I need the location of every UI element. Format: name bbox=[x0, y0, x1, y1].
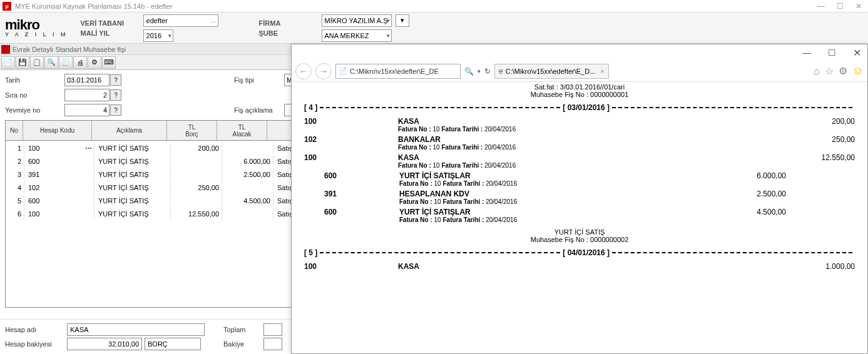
table-row[interactable]: 3391YURT İÇİ SATIŞ2.500,00Satış (Sa bbox=[7, 168, 309, 180]
col-kodu[interactable]: Hesap Kodu bbox=[23, 121, 92, 140]
toolbar-button-7[interactable]: ⚙ bbox=[88, 56, 101, 69]
ie-minimize-button[interactable]: — bbox=[800, 48, 814, 58]
ie-address-text: C:\Mikro\v15xx\edefter\E_DE bbox=[350, 68, 439, 75]
account-code: 600 bbox=[324, 171, 362, 180]
toplam-input[interactable] bbox=[263, 323, 282, 336]
entry-amount: 6.000,00 bbox=[730, 171, 786, 180]
app-icon: μ bbox=[3, 2, 11, 11]
ledger-entry: 100 KASA 1.000,00 bbox=[304, 262, 855, 271]
entry-meta: Fatura No : 10 Fatura Tarihi : 20/04/201… bbox=[399, 180, 730, 187]
search-icon[interactable]: 🔍 bbox=[464, 67, 474, 76]
hesapbak-input[interactable]: 32.010,00 bbox=[67, 338, 142, 350]
toolbar-button-5[interactable]: 🧾 bbox=[59, 56, 73, 69]
col-no[interactable]: No bbox=[6, 121, 23, 140]
db-combo[interactable]: edefter… bbox=[143, 14, 218, 27]
entry-meta: Fatura No : 10 Fatura Tarihi : 20/04/201… bbox=[399, 198, 730, 205]
toolbar-button-8[interactable]: ⌨ bbox=[102, 56, 116, 69]
db-value: edefter bbox=[146, 17, 168, 24]
col-acik[interactable]: Açıklama bbox=[92, 121, 167, 140]
account-code: 600 bbox=[324, 208, 362, 216]
tools-icon[interactable]: ⚙ bbox=[839, 65, 847, 77]
block4-footer2: Muhasebe Fiş No : 0000000002 bbox=[304, 236, 855, 243]
toolbar-button-2[interactable]: 💾 bbox=[16, 56, 29, 69]
branch-combo[interactable]: ANA MERKEZ▾ bbox=[322, 29, 392, 42]
child-icon bbox=[1, 45, 10, 54]
account-code: 100 bbox=[304, 117, 342, 126]
toplam-label: Toplam bbox=[223, 326, 261, 333]
table-row[interactable]: 4102YURT İÇİ SATIŞ250,00Satış (Sa bbox=[7, 181, 309, 193]
table-row[interactable]: 6100YURT İÇİ SATIŞ12.550,00Satış (Sa bbox=[7, 208, 309, 220]
block-index: [ 4 ] bbox=[304, 103, 317, 112]
block-date: [ 03/01/2016 ] bbox=[563, 103, 610, 112]
ie-maximize-button[interactable]: ☐ bbox=[825, 48, 839, 58]
table-row[interactable]: 5600YURT İÇİ SATIŞ4.500,00Satış (Sa bbox=[7, 195, 309, 206]
ie-tab[interactable]: e C:\Mikro\v15xx\edefter\E_D... × bbox=[494, 64, 609, 79]
ledger-entry: 600YURT İÇİ SATIŞLARFatura No : 10 Fatur… bbox=[304, 208, 855, 223]
entry-meta: Fatura No : 10 Fatura Tarihi : 20/04/201… bbox=[398, 126, 799, 133]
branch-value: ANA MERKEZ bbox=[325, 32, 369, 39]
ledger-entry: 102BANKALARFatura No : 10 Fatura Tarihi … bbox=[304, 135, 855, 151]
table-row[interactable]: 1100…YURT İÇİ SATIŞ200,00Satış (Sa bbox=[7, 142, 309, 154]
account-name: KASA bbox=[398, 117, 799, 126]
tarih-value: 03.01.2016 bbox=[67, 76, 107, 84]
branch-label: ŞUBE bbox=[259, 29, 306, 37]
account-name: YURT İÇİ SATIŞLAR bbox=[399, 171, 730, 180]
spinner-icon: ▾ bbox=[168, 33, 171, 39]
ie-content: Sat.fat : 3/03.01.2016//01/cari Muhasebe… bbox=[292, 82, 867, 353]
maximize-button[interactable]: ☐ bbox=[830, 0, 849, 13]
ie-back-button[interactable]: ← bbox=[295, 63, 312, 79]
close-button[interactable]: ✕ bbox=[849, 0, 868, 13]
bakiye-input[interactable] bbox=[263, 338, 282, 350]
firm-value: MİKRO YAZILIM A.Ş bbox=[325, 17, 388, 24]
year-combo[interactable]: 2016▾ bbox=[143, 29, 173, 42]
firm-more-button[interactable]: ▾ bbox=[396, 14, 409, 27]
entry-amount: 12.550,00 bbox=[799, 153, 855, 162]
sirano-value: 2 bbox=[103, 91, 107, 99]
ledger-entry: 100KASAFatura No : 10 Fatura Tarihi : 20… bbox=[304, 117, 855, 133]
table-row[interactable]: 2600YURT İÇİ SATIŞ6.000,00Satış (Sa bbox=[7, 155, 309, 167]
logo-subtext: Y A Z I L I M bbox=[5, 31, 68, 38]
tarih-input[interactable]: 03.01.2016 bbox=[64, 74, 110, 86]
toolbar-button-6[interactable]: 🖨 bbox=[73, 56, 87, 69]
toolbar-button-1[interactable]: 📄 bbox=[1, 56, 15, 69]
ie-window: — ☐ ✕ ← → 📄 C:\Mikro\v15xx\edefter\E_DE … bbox=[291, 44, 868, 354]
entry-amount: 200,00 bbox=[799, 117, 855, 126]
sirano-input[interactable]: 2 bbox=[64, 89, 110, 101]
yevmiye-label: Yevmiye no bbox=[5, 106, 64, 114]
toolbar-button-4[interactable]: 🔍 bbox=[44, 56, 58, 69]
tab-close-icon[interactable]: × bbox=[600, 68, 604, 75]
ie-close-button[interactable]: ✕ bbox=[850, 47, 864, 59]
db-label: VERİ TABANI bbox=[81, 19, 128, 27]
toolbar-button-3[interactable]: 📋 bbox=[30, 56, 44, 69]
col-alacak[interactable]: TL Alacak bbox=[217, 121, 267, 140]
col-borc[interactable]: TL Borç bbox=[167, 121, 217, 140]
hesapbak-side: BORÇ bbox=[145, 338, 201, 350]
favorites-icon[interactable]: ☆ bbox=[825, 65, 834, 77]
entry-amount: 1.000,00 bbox=[799, 262, 855, 271]
entry-amount: 2.500,00 bbox=[730, 190, 786, 198]
tarih-lookup-button[interactable]: ? bbox=[110, 74, 121, 86]
account-code: 391 bbox=[324, 190, 362, 198]
refresh-icon[interactable]: ↻ bbox=[484, 67, 491, 76]
ie-address-bar[interactable]: 📄 C:\Mikro\v15xx\edefter\E_DE bbox=[335, 64, 461, 79]
block5-index: [ 5 ] bbox=[304, 248, 317, 257]
ie-tab-title: C:\Mikro\v15xx\edefter\E_D... bbox=[506, 68, 596, 75]
sirano-lookup-button[interactable]: ? bbox=[110, 89, 121, 101]
fisacik-label: Fiş açıklama bbox=[234, 106, 284, 114]
yevmiye-input[interactable]: 4 bbox=[64, 104, 110, 116]
hesapadi-input[interactable]: KASA bbox=[67, 323, 205, 336]
account-name: YURT İÇİ SATIŞLAR bbox=[399, 208, 730, 216]
yevmiye-lookup-button[interactable]: ? bbox=[110, 104, 121, 116]
firm-label: FİRMA bbox=[259, 19, 306, 27]
minimize-button[interactable]: — bbox=[812, 0, 830, 13]
feedback-icon[interactable]: ☺ bbox=[852, 64, 864, 78]
ledger-entry: 100KASAFatura No : 10 Fatura Tarihi : 20… bbox=[304, 153, 855, 169]
firm-combo[interactable]: MİKRO YAZILIM A.Ş▾ bbox=[322, 14, 392, 27]
account-code: 100 bbox=[304, 262, 342, 271]
ie-forward-button[interactable]: → bbox=[315, 63, 332, 79]
account-code: 102 bbox=[304, 135, 342, 144]
yevmiye-value: 4 bbox=[103, 106, 107, 114]
hesapadi-value: KASA bbox=[70, 326, 88, 333]
dropdown-icon[interactable]: ▾ bbox=[477, 68, 481, 74]
home-icon[interactable]: ⌂ bbox=[814, 66, 820, 77]
